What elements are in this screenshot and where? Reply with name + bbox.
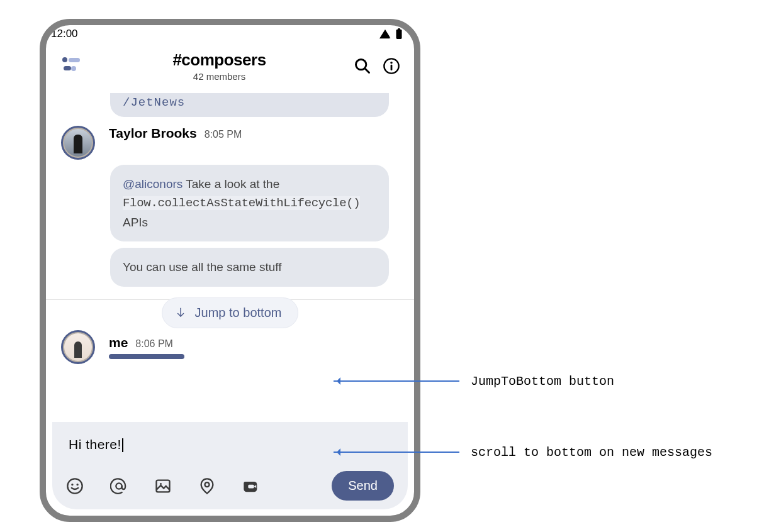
message-bubble: You can use all the same stuff <box>110 248 389 286</box>
svg-point-16 <box>76 484 78 485</box>
svg-point-20 <box>205 482 210 487</box>
svg-rect-2 <box>396 30 402 39</box>
emoji-icon[interactable] <box>66 477 84 495</box>
wifi-alert-icon <box>378 28 392 40</box>
code-inline: Flow.collectAsStateWithLifecycle() <box>123 196 360 210</box>
video-icon[interactable] <box>242 477 260 495</box>
svg-point-14 <box>67 479 82 493</box>
svg-rect-7 <box>64 66 71 70</box>
message-block-me: me 8:06 PM <box>53 330 407 364</box>
member-count: 42 members <box>85 71 354 82</box>
svg-rect-1 <box>390 38 391 39</box>
partial-message-bubble: /JetNews <box>110 93 389 117</box>
status-time: 12:00 <box>51 28 78 40</box>
avatar[interactable] <box>61 330 95 364</box>
svg-point-19 <box>160 482 162 484</box>
input-value: Hi there! <box>69 437 121 452</box>
mention[interactable]: @aliconors <box>123 177 182 191</box>
mention-icon[interactable] <box>110 477 128 495</box>
svg-point-11 <box>390 62 393 64</box>
avatar[interactable] <box>61 126 95 160</box>
chat-body[interactable]: /JetNews Taylor Brooks 8:05 PM @aliconor… <box>46 93 414 364</box>
message-block-taylor: Taylor Brooks 8:05 PM <box>53 126 407 160</box>
jump-label: Jump to bottom <box>195 306 282 320</box>
status-icons <box>378 28 403 40</box>
message-text: APIs <box>123 216 148 229</box>
svg-rect-21 <box>248 484 254 488</box>
header-title: #composers 42 members <box>85 50 354 82</box>
svg-rect-3 <box>398 28 400 30</box>
svg-rect-0 <box>390 35 391 38</box>
jump-to-bottom-button[interactable]: Jump to bottom <box>162 297 299 328</box>
svg-rect-18 <box>157 480 170 492</box>
image-icon[interactable] <box>154 477 172 495</box>
location-icon[interactable] <box>198 477 216 495</box>
send-label: Send <box>348 479 378 492</box>
channel-name: #composers <box>85 50 354 70</box>
status-bar: 12:00 <box>46 25 414 42</box>
text-cursor <box>122 438 123 452</box>
message-time: 8:06 PM <box>135 338 173 350</box>
annotation-text: JumpToBottom button <box>471 374 614 389</box>
message-text: Take a look at the <box>182 177 279 191</box>
svg-point-4 <box>62 57 67 62</box>
svg-rect-12 <box>391 65 393 70</box>
message-input-area: Hi there! Send <box>52 422 408 509</box>
svg-point-15 <box>71 484 73 485</box>
annotation-arrow <box>334 452 459 453</box>
annotation-text: scroll to bottom on new messages <box>471 445 712 460</box>
author-name: Taylor Brooks <box>109 126 197 141</box>
author-name: me <box>109 335 128 350</box>
arrow-down-icon <box>175 307 186 318</box>
app-logo-icon[interactable] <box>60 53 85 79</box>
message-text: You can use all the same stuff <box>123 260 281 274</box>
battery-icon <box>395 28 403 40</box>
send-button[interactable]: Send <box>332 471 394 501</box>
app-header: #composers 42 members <box>46 42 414 93</box>
message-time: 8:05 PM <box>205 129 242 140</box>
svg-rect-5 <box>69 58 80 62</box>
info-icon[interactable] <box>383 57 400 75</box>
phone-frame: 12:00 #composers 42 members /JetNews <box>40 19 420 522</box>
svg-point-17 <box>116 483 121 489</box>
partial-text: /JetNews <box>123 96 185 109</box>
search-icon[interactable] <box>354 57 371 75</box>
svg-point-6 <box>71 66 76 71</box>
annotation-arrow <box>334 380 459 382</box>
message-bubble: @aliconors Take a look at the Flow.colle… <box>110 165 389 241</box>
svg-line-9 <box>365 69 369 73</box>
message-bubble-partial <box>109 354 184 359</box>
